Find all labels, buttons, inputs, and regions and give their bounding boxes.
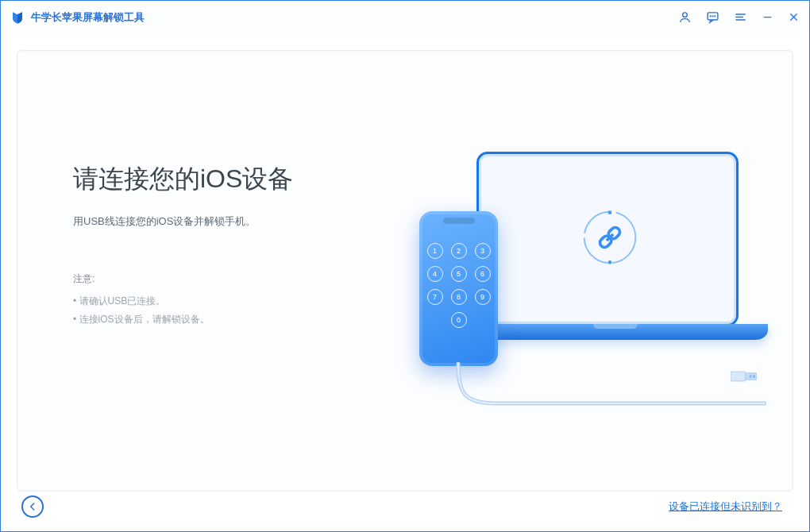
- app-window: 牛学长苹果屏幕解锁工具: [0, 0, 810, 532]
- note-2-text: 连接iOS设备后，请解锁设备。: [79, 314, 210, 325]
- back-button[interactable]: [21, 495, 44, 518]
- phone-keypad: 1 2 3 4 5 6 7 8 9 0: [419, 243, 498, 328]
- connect-illustration: 1 2 3 4 5 6 7 8 9 0: [401, 128, 750, 430]
- note-item-1: • 请确认USB已连接。: [73, 292, 383, 310]
- key-4: 4: [427, 266, 443, 282]
- page-subtext: 用USB线连接您的iOS设备并解锁手机。: [73, 214, 383, 229]
- svg-rect-13: [750, 375, 752, 377]
- content-area: 请连接您的iOS设备 用USB线连接您的iOS设备并解锁手机。 注意: • 请确…: [1, 34, 809, 531]
- key-7: 7: [427, 289, 443, 305]
- titlebar-left: 牛学长苹果屏幕解锁工具: [10, 10, 145, 25]
- note-item-2: • 连接iOS设备后，请解锁设备。: [73, 310, 383, 329]
- link-icon: [580, 207, 640, 268]
- laptop-notch: [593, 324, 638, 329]
- minimize-icon[interactable]: [762, 11, 773, 23]
- svg-rect-14: [753, 375, 755, 377]
- usb-plug-icon: [731, 370, 758, 383]
- note-title: 注意:: [73, 272, 383, 286]
- user-icon[interactable]: [678, 10, 692, 24]
- svg-point-7: [608, 260, 612, 264]
- app-title: 牛学长苹果屏幕解锁工具: [31, 10, 145, 25]
- key-6: 6: [475, 266, 491, 282]
- svg-point-3: [712, 16, 713, 17]
- phone-device: 1 2 3 4 5 6 7 8 9 0: [419, 211, 498, 366]
- menu-icon[interactable]: [734, 10, 747, 24]
- key-1: 1: [427, 243, 443, 259]
- close-icon[interactable]: [788, 11, 800, 23]
- svg-point-6: [608, 210, 612, 214]
- key-8: 8: [451, 289, 467, 305]
- svg-point-4: [715, 16, 716, 17]
- key-5: 5: [451, 266, 467, 282]
- note-1-text: 请确认USB已连接。: [79, 295, 166, 306]
- svg-rect-11: [731, 372, 746, 381]
- svg-point-0: [683, 13, 688, 17]
- illustration-column: 1 2 3 4 5 6 7 8 9 0: [383, 91, 769, 467]
- svg-point-2: [710, 16, 711, 17]
- key-0: 0: [451, 312, 467, 328]
- titlebar-right: [678, 10, 800, 24]
- key-2: 2: [451, 243, 467, 259]
- key-9: 9: [475, 289, 491, 305]
- footer-bar: 设备已连接但未识别到？: [17, 492, 793, 522]
- phone-notch: [443, 218, 475, 224]
- main-panel: 请连接您的iOS设备 用USB线连接您的iOS设备并解锁手机。 注意: • 请确…: [17, 50, 793, 492]
- page-heading: 请连接您的iOS设备: [73, 162, 383, 197]
- key-3: 3: [475, 243, 491, 259]
- usb-cable: [449, 362, 766, 418]
- app-logo-icon: [10, 10, 25, 25]
- feedback-icon[interactable]: [706, 10, 719, 24]
- titlebar: 牛学长苹果屏幕解锁工具: [1, 1, 809, 34]
- device-not-detected-link[interactable]: 设备已连接但未识别到？: [669, 499, 782, 514]
- instruction-column: 请连接您的iOS设备 用USB线连接您的iOS设备并解锁手机。 注意: • 请确…: [73, 91, 383, 467]
